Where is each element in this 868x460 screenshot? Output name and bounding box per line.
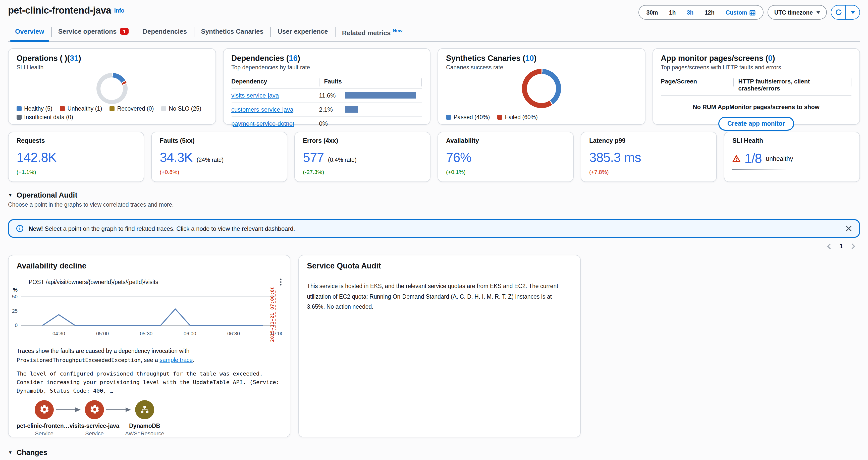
- time-range-12h[interactable]: 12h: [699, 9, 720, 15]
- metric-value: 34.3K: [160, 150, 193, 165]
- availability-line-chart[interactable]: 50250%04:3005:0005:3006:0006:3007:002025…: [8, 288, 282, 344]
- tab-service-operations[interactable]: Service operations1: [51, 24, 135, 41]
- page-title: pet-clinic-frontend-javaInfo: [8, 5, 124, 16]
- time-range-1h[interactable]: 1h: [663, 9, 681, 15]
- alert-count-badge: 1: [120, 28, 129, 35]
- table-row: visits-service-java 11.6%: [231, 88, 422, 103]
- operations-donut-chart[interactable]: [96, 73, 128, 104]
- dependencies-count-link[interactable]: 16: [289, 54, 298, 62]
- sli-health-value[interactable]: 1/8 unhealthy: [733, 151, 795, 170]
- faults-metric-card: Faults (5xx) 34.3K(24% rate) (+0.8%): [151, 132, 287, 182]
- gear-icon: [39, 404, 50, 415]
- svg-text:50: 50: [12, 294, 18, 299]
- dependency-link[interactable]: customers-service-java: [231, 106, 293, 113]
- app-monitor-table-header: Page/Screen HTTP faults/errors, client c…: [661, 75, 851, 95]
- create-app-monitor-button[interactable]: Create app monitor: [718, 117, 794, 131]
- fault-bar-track: [345, 92, 422, 98]
- empty-state-text: No RUM AppMonitor pages/screens to show: [661, 104, 851, 111]
- synthetics-donut-chart[interactable]: [522, 69, 561, 108]
- refresh-button[interactable]: [831, 5, 845, 19]
- service-node-visits-service[interactable]: visits-service-java Service: [67, 400, 122, 436]
- fault-percent: 2.1%: [319, 106, 345, 113]
- banner-text: New! Select a point on the graph to find…: [29, 225, 295, 232]
- service-node-pet-clinic-frontend[interactable]: pet-clinic-frontend… Service: [17, 400, 72, 436]
- refresh-options-button[interactable]: [845, 5, 860, 19]
- svg-text:0: 0: [15, 322, 18, 328]
- page-number[interactable]: 1: [839, 242, 843, 250]
- refresh-split-button: [831, 5, 860, 20]
- previous-page-icon[interactable]: [826, 242, 831, 250]
- legend-item: Passed (40%): [446, 114, 490, 120]
- app-monitor-card-subtitle: Top pages/screens with HTTP faults and e…: [661, 64, 851, 70]
- legend-swatch: [110, 106, 115, 111]
- fault-bar: [345, 92, 416, 98]
- chevron-down-icon: [816, 11, 820, 14]
- divider: [8, 213, 860, 213]
- synthetics-legend: Passed (40%) Failed (60%): [446, 114, 641, 120]
- resource-node-dynamodb[interactable]: DynamoDB AWS::Resource: [117, 400, 172, 436]
- legend-item: Failed (60%): [497, 114, 537, 120]
- fault-bar-track: [345, 120, 422, 127]
- time-range-control: 30m 1h 3h 12h Custom: [639, 5, 764, 20]
- metric-value: 76%: [446, 150, 471, 165]
- operational-audit-heading[interactable]: ▼ Operational Audit: [8, 191, 860, 199]
- info-banner: New! Select a point on the graph to find…: [8, 219, 860, 238]
- time-range-custom[interactable]: Custom: [720, 9, 761, 15]
- metric-value: 142.8K: [17, 150, 57, 165]
- metric-note: unhealthy: [766, 155, 793, 162]
- close-icon[interactable]: [845, 225, 852, 232]
- tab-user-experience[interactable]: User experience: [271, 24, 335, 41]
- time-controls: 30m 1h 3h 12h Custom UTC timezone: [639, 5, 860, 20]
- service-quota-text: This service is hosted in EKS, and the r…: [307, 281, 568, 312]
- tab-synthetics-canaries[interactable]: Synthetics Canaries: [194, 24, 271, 41]
- next-page-icon[interactable]: [851, 242, 856, 250]
- tab-related-metrics[interactable]: Related metricsNew: [335, 24, 410, 41]
- service-name: pet-clinic-frontend-java: [8, 5, 111, 16]
- tab-overview[interactable]: Overview: [8, 24, 51, 41]
- app-monitor-count-link[interactable]: 0: [768, 54, 772, 62]
- metric-suffix: (24% rate): [197, 157, 223, 163]
- requests-metric-card: Requests 142.8K (+1.1%): [8, 132, 144, 182]
- timezone-dropdown[interactable]: UTC timezone: [768, 5, 827, 20]
- sample-trace-link[interactable]: sample trace: [159, 357, 193, 363]
- metric-value: 385.3 ms: [589, 150, 641, 165]
- legend-swatch: [17, 106, 22, 111]
- operational-audit-section: ▼ Operational Audit Choose a point in th…: [8, 191, 860, 213]
- collapse-triangle-icon: ▼: [8, 193, 12, 198]
- metrics-row: Requests 142.8K (+1.1%) Faults (5xx) 34.…: [8, 132, 860, 182]
- column-header: Faults: [319, 78, 422, 85]
- operations-count-link[interactable]: 31: [70, 54, 79, 62]
- column-header: HTTP faults/errors, client crashes/error…: [733, 78, 851, 92]
- svg-text:06:00: 06:00: [184, 331, 196, 336]
- time-range-30m[interactable]: 30m: [641, 9, 663, 15]
- trace-summary-text: Traces show the faults are caused by a d…: [17, 347, 282, 365]
- dependency-link[interactable]: payment-service-dotnet: [231, 120, 294, 127]
- fault-percent: 11.6%: [319, 92, 345, 99]
- svg-text:2025-11-21 07:00:00: 2025-11-21 07:00:00: [270, 288, 275, 342]
- metric-value: 1/8: [744, 151, 762, 166]
- errors-metric-card: Errors (4xx) 577(0.4% rate) (-27.3%): [294, 132, 431, 182]
- operations-card-title: Operations 31: [17, 54, 207, 63]
- column-header: Dependency: [231, 78, 319, 85]
- synthetics-count-link[interactable]: 10: [525, 54, 534, 62]
- dependency-link[interactable]: visits-service-java: [231, 92, 279, 99]
- donut-hole: [527, 74, 556, 103]
- legend-swatch: [497, 115, 502, 120]
- table-row: payment-service-dotnet 0%: [231, 117, 422, 130]
- svg-text:05:00: 05:00: [96, 331, 109, 336]
- legend-item: No SLO (25): [161, 106, 201, 112]
- legend-item: Healthy (5): [17, 106, 53, 112]
- sli-health-metric-card: SLI Health 1/8 unhealthy: [724, 132, 860, 182]
- kebab-menu-icon[interactable]: [280, 278, 282, 286]
- legend-item: Unhealthy (1): [60, 106, 102, 112]
- service-quota-title: Service Quota Audit: [307, 261, 572, 270]
- app-monitor-card: App monitor pages/screens 0 Top pages/sc…: [652, 48, 860, 125]
- info-link[interactable]: Info: [114, 7, 125, 13]
- tab-dependencies[interactable]: Dependencies: [135, 24, 194, 41]
- time-range-3h[interactable]: 3h: [681, 9, 699, 15]
- fault-bar: [345, 106, 358, 113]
- resource-node-circle: [135, 400, 154, 419]
- operations-card-subtitle: SLI Health: [17, 64, 207, 70]
- new-badge: New: [393, 28, 402, 33]
- chart-operation-label: POST /api/visit/owners/{ownerId}/pets/{p…: [29, 279, 280, 285]
